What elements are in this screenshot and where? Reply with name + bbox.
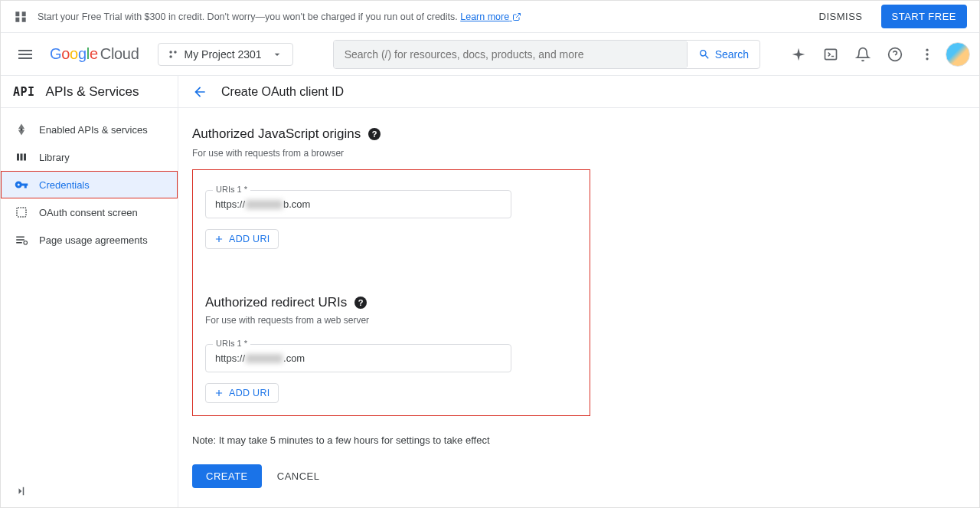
sidebar: API APIs & Services Enabled APIs & servi… bbox=[1, 76, 178, 507]
sidebar-item-label: Enabled APIs & services bbox=[39, 124, 148, 136]
field-label: URIs 1 * bbox=[213, 339, 250, 348]
sidebar-item-label: OAuth consent screen bbox=[39, 207, 138, 218]
key-icon bbox=[15, 178, 28, 192]
svg-point-8 bbox=[926, 57, 928, 60]
dismiss-button[interactable]: DISMISS bbox=[807, 5, 875, 28]
avatar[interactable] bbox=[946, 42, 970, 67]
sidebar-item-credentials[interactable]: Credentials bbox=[1, 171, 178, 198]
back-arrow-icon[interactable] bbox=[192, 84, 207, 100]
project-icon bbox=[168, 49, 178, 60]
sidebar-item-label: Credentials bbox=[39, 179, 90, 191]
svg-point-3 bbox=[169, 55, 172, 58]
start-free-button[interactable]: START FREE bbox=[881, 5, 967, 28]
add-js-origin-uri-button[interactable]: ADD URI bbox=[205, 229, 279, 249]
topbar: Google Cloud My Project 2301 Search bbox=[1, 33, 979, 76]
redirect-uris-subtitle: For use with requests from a web server bbox=[205, 315, 577, 326]
sidebar-item-enabled-apis[interactable]: Enabled APIs & services bbox=[1, 116, 178, 143]
consent-icon bbox=[15, 205, 28, 219]
banner-text: Start your Free Trial with $300 in credi… bbox=[38, 11, 807, 22]
plus-icon bbox=[214, 388, 224, 398]
search-input[interactable] bbox=[334, 41, 687, 68]
svg-point-2 bbox=[174, 51, 177, 54]
gift-icon bbox=[13, 9, 28, 25]
help-icon[interactable]: ? bbox=[354, 297, 367, 309]
search-icon bbox=[698, 48, 710, 61]
cancel-button[interactable]: CANCEL bbox=[277, 470, 320, 482]
highlighted-form-section: URIs 1 * https://b.com ADD URI Authorize… bbox=[192, 169, 590, 416]
gemini-icon[interactable] bbox=[785, 41, 812, 68]
cloud-shell-icon[interactable] bbox=[817, 41, 844, 68]
notifications-icon[interactable] bbox=[849, 41, 877, 68]
svg-point-6 bbox=[926, 48, 928, 51]
sidebar-item-page-usage[interactable]: Page usage agreements bbox=[1, 226, 178, 254]
redirect-uri-field[interactable]: URIs 1 * https://.com bbox=[205, 344, 511, 372]
sidebar-item-oauth-consent[interactable]: OAuth consent screen bbox=[1, 198, 178, 226]
chevron-down-icon bbox=[271, 48, 283, 61]
collapse-sidebar-icon[interactable] bbox=[13, 484, 27, 498]
help-icon[interactable]: ? bbox=[368, 128, 381, 140]
sidebar-title: APIs & Services bbox=[46, 84, 139, 100]
help-icon[interactable] bbox=[881, 41, 909, 68]
page-title: Create OAuth client ID bbox=[221, 85, 344, 99]
sidebar-item-label: Page usage agreements bbox=[39, 234, 148, 246]
js-origins-title: Authorized JavaScript origins bbox=[192, 126, 361, 142]
library-icon bbox=[15, 150, 28, 164]
agreements-icon bbox=[15, 233, 28, 247]
trial-banner: Start your Free Trial with $300 in credi… bbox=[1, 1, 979, 33]
svg-rect-10 bbox=[17, 208, 26, 217]
google-cloud-logo[interactable]: Google Cloud bbox=[50, 45, 139, 63]
sidebar-item-label: Library bbox=[39, 152, 70, 163]
js-origin-uri-field[interactable]: URIs 1 * https://b.com bbox=[205, 190, 511, 218]
api-badge: API bbox=[13, 85, 35, 99]
learn-more-link[interactable]: Learn more bbox=[460, 11, 521, 22]
field-label: URIs 1 * bbox=[213, 185, 250, 194]
svg-point-7 bbox=[926, 53, 928, 55]
more-icon[interactable] bbox=[913, 41, 941, 68]
add-redirect-uri-button[interactable]: ADD URI bbox=[205, 383, 279, 403]
sidebar-item-library[interactable]: Library bbox=[1, 143, 178, 171]
search-button[interactable]: Search bbox=[687, 42, 760, 67]
enabled-apis-icon bbox=[15, 123, 28, 136]
search-bar: Search bbox=[333, 40, 760, 69]
redirect-uris-title: Authorized redirect URIs bbox=[205, 295, 347, 310]
svg-point-9 bbox=[21, 129, 23, 131]
svg-point-11 bbox=[24, 241, 28, 245]
svg-line-0 bbox=[516, 14, 521, 18]
project-picker[interactable]: My Project 2301 bbox=[158, 43, 293, 66]
menu-icon[interactable] bbox=[10, 39, 41, 70]
svg-point-1 bbox=[169, 51, 172, 54]
project-name: My Project 2301 bbox=[185, 48, 262, 61]
js-origins-subtitle: For use with requests from a browser bbox=[192, 148, 590, 169]
plus-icon bbox=[214, 234, 224, 244]
main-content: Create OAuth client ID Authorized JavaSc… bbox=[178, 76, 979, 507]
settings-note: Note: It may take 5 minutes to a few hou… bbox=[192, 434, 965, 446]
create-button[interactable]: CREATE bbox=[192, 464, 262, 488]
